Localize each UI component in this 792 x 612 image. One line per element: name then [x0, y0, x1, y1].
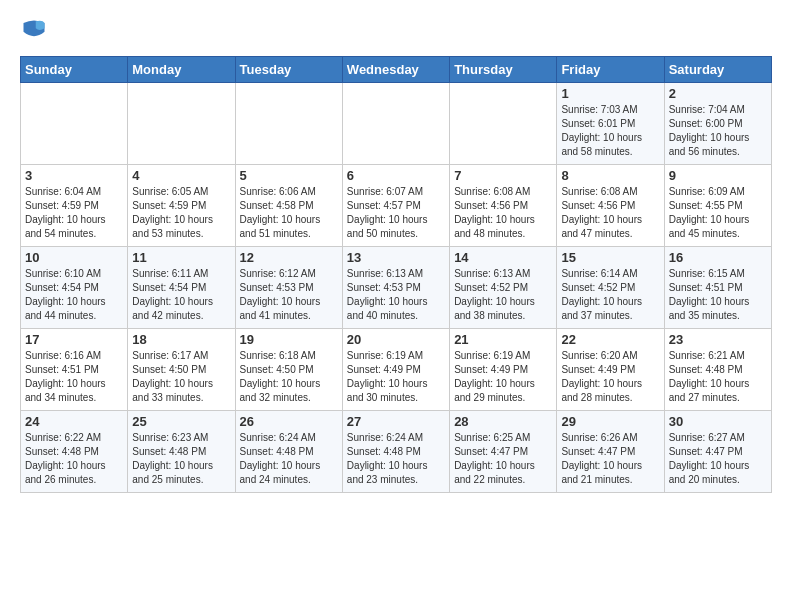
- calendar-cell: 9Sunrise: 6:09 AM Sunset: 4:55 PM Daylig…: [664, 165, 771, 247]
- day-number: 18: [132, 332, 230, 347]
- cell-text: Sunrise: 6:24 AM Sunset: 4:48 PM Dayligh…: [347, 431, 445, 487]
- cell-text: Sunrise: 6:15 AM Sunset: 4:51 PM Dayligh…: [669, 267, 767, 323]
- cell-text: Sunrise: 7:04 AM Sunset: 6:00 PM Dayligh…: [669, 103, 767, 159]
- cell-text: Sunrise: 6:12 AM Sunset: 4:53 PM Dayligh…: [240, 267, 338, 323]
- calendar-week-row: 3Sunrise: 6:04 AM Sunset: 4:59 PM Daylig…: [21, 165, 772, 247]
- calendar-cell: 24Sunrise: 6:22 AM Sunset: 4:48 PM Dayli…: [21, 411, 128, 493]
- calendar-cell: [342, 83, 449, 165]
- day-number: 24: [25, 414, 123, 429]
- logo: [20, 16, 52, 44]
- calendar-cell: 16Sunrise: 6:15 AM Sunset: 4:51 PM Dayli…: [664, 247, 771, 329]
- day-number: 7: [454, 168, 552, 183]
- calendar-cell: 23Sunrise: 6:21 AM Sunset: 4:48 PM Dayli…: [664, 329, 771, 411]
- day-number: 3: [25, 168, 123, 183]
- cell-text: Sunrise: 6:11 AM Sunset: 4:54 PM Dayligh…: [132, 267, 230, 323]
- calendar-cell: 28Sunrise: 6:25 AM Sunset: 4:47 PM Dayli…: [450, 411, 557, 493]
- cell-text: Sunrise: 6:17 AM Sunset: 4:50 PM Dayligh…: [132, 349, 230, 405]
- day-number: 9: [669, 168, 767, 183]
- calendar-table: SundayMondayTuesdayWednesdayThursdayFrid…: [20, 56, 772, 493]
- calendar-cell: 13Sunrise: 6:13 AM Sunset: 4:53 PM Dayli…: [342, 247, 449, 329]
- day-number: 8: [561, 168, 659, 183]
- cell-text: Sunrise: 6:14 AM Sunset: 4:52 PM Dayligh…: [561, 267, 659, 323]
- calendar-cell: 30Sunrise: 6:27 AM Sunset: 4:47 PM Dayli…: [664, 411, 771, 493]
- day-number: 12: [240, 250, 338, 265]
- calendar-cell: 25Sunrise: 6:23 AM Sunset: 4:48 PM Dayli…: [128, 411, 235, 493]
- cell-text: Sunrise: 6:20 AM Sunset: 4:49 PM Dayligh…: [561, 349, 659, 405]
- cell-text: Sunrise: 6:19 AM Sunset: 4:49 PM Dayligh…: [347, 349, 445, 405]
- calendar-cell: 8Sunrise: 6:08 AM Sunset: 4:56 PM Daylig…: [557, 165, 664, 247]
- calendar-cell: 10Sunrise: 6:10 AM Sunset: 4:54 PM Dayli…: [21, 247, 128, 329]
- calendar-week-row: 24Sunrise: 6:22 AM Sunset: 4:48 PM Dayli…: [21, 411, 772, 493]
- day-number: 17: [25, 332, 123, 347]
- weekday-header-sunday: Sunday: [21, 57, 128, 83]
- cell-text: Sunrise: 6:16 AM Sunset: 4:51 PM Dayligh…: [25, 349, 123, 405]
- calendar-cell: 11Sunrise: 6:11 AM Sunset: 4:54 PM Dayli…: [128, 247, 235, 329]
- day-number: 26: [240, 414, 338, 429]
- cell-text: Sunrise: 6:24 AM Sunset: 4:48 PM Dayligh…: [240, 431, 338, 487]
- day-number: 13: [347, 250, 445, 265]
- cell-text: Sunrise: 6:25 AM Sunset: 4:47 PM Dayligh…: [454, 431, 552, 487]
- calendar-cell: 15Sunrise: 6:14 AM Sunset: 4:52 PM Dayli…: [557, 247, 664, 329]
- cell-text: Sunrise: 6:13 AM Sunset: 4:53 PM Dayligh…: [347, 267, 445, 323]
- cell-text: Sunrise: 6:18 AM Sunset: 4:50 PM Dayligh…: [240, 349, 338, 405]
- cell-text: Sunrise: 6:21 AM Sunset: 4:48 PM Dayligh…: [669, 349, 767, 405]
- logo-icon: [20, 16, 48, 44]
- weekday-header-thursday: Thursday: [450, 57, 557, 83]
- header-area: [20, 16, 772, 44]
- weekday-header-friday: Friday: [557, 57, 664, 83]
- cell-text: Sunrise: 6:27 AM Sunset: 4:47 PM Dayligh…: [669, 431, 767, 487]
- cell-text: Sunrise: 6:04 AM Sunset: 4:59 PM Dayligh…: [25, 185, 123, 241]
- day-number: 2: [669, 86, 767, 101]
- day-number: 19: [240, 332, 338, 347]
- page: SundayMondayTuesdayWednesdayThursdayFrid…: [0, 0, 792, 503]
- cell-text: Sunrise: 6:23 AM Sunset: 4:48 PM Dayligh…: [132, 431, 230, 487]
- calendar-cell: 29Sunrise: 6:26 AM Sunset: 4:47 PM Dayli…: [557, 411, 664, 493]
- day-number: 5: [240, 168, 338, 183]
- day-number: 15: [561, 250, 659, 265]
- calendar-cell: 18Sunrise: 6:17 AM Sunset: 4:50 PM Dayli…: [128, 329, 235, 411]
- calendar-cell: 26Sunrise: 6:24 AM Sunset: 4:48 PM Dayli…: [235, 411, 342, 493]
- calendar-week-row: 10Sunrise: 6:10 AM Sunset: 4:54 PM Dayli…: [21, 247, 772, 329]
- cell-text: Sunrise: 6:26 AM Sunset: 4:47 PM Dayligh…: [561, 431, 659, 487]
- day-number: 20: [347, 332, 445, 347]
- calendar-cell: 14Sunrise: 6:13 AM Sunset: 4:52 PM Dayli…: [450, 247, 557, 329]
- day-number: 16: [669, 250, 767, 265]
- calendar-cell: 21Sunrise: 6:19 AM Sunset: 4:49 PM Dayli…: [450, 329, 557, 411]
- cell-text: Sunrise: 6:09 AM Sunset: 4:55 PM Dayligh…: [669, 185, 767, 241]
- weekday-header-row: SundayMondayTuesdayWednesdayThursdayFrid…: [21, 57, 772, 83]
- day-number: 21: [454, 332, 552, 347]
- cell-text: Sunrise: 6:22 AM Sunset: 4:48 PM Dayligh…: [25, 431, 123, 487]
- cell-text: Sunrise: 7:03 AM Sunset: 6:01 PM Dayligh…: [561, 103, 659, 159]
- calendar-cell: [235, 83, 342, 165]
- cell-text: Sunrise: 6:08 AM Sunset: 4:56 PM Dayligh…: [561, 185, 659, 241]
- calendar-cell: 22Sunrise: 6:20 AM Sunset: 4:49 PM Dayli…: [557, 329, 664, 411]
- calendar-cell: 7Sunrise: 6:08 AM Sunset: 4:56 PM Daylig…: [450, 165, 557, 247]
- calendar-cell: 17Sunrise: 6:16 AM Sunset: 4:51 PM Dayli…: [21, 329, 128, 411]
- calendar-week-row: 17Sunrise: 6:16 AM Sunset: 4:51 PM Dayli…: [21, 329, 772, 411]
- day-number: 25: [132, 414, 230, 429]
- day-number: 6: [347, 168, 445, 183]
- day-number: 28: [454, 414, 552, 429]
- calendar-cell: 6Sunrise: 6:07 AM Sunset: 4:57 PM Daylig…: [342, 165, 449, 247]
- calendar-cell: [21, 83, 128, 165]
- calendar-cell: 27Sunrise: 6:24 AM Sunset: 4:48 PM Dayli…: [342, 411, 449, 493]
- cell-text: Sunrise: 6:05 AM Sunset: 4:59 PM Dayligh…: [132, 185, 230, 241]
- day-number: 29: [561, 414, 659, 429]
- cell-text: Sunrise: 6:19 AM Sunset: 4:49 PM Dayligh…: [454, 349, 552, 405]
- cell-text: Sunrise: 6:10 AM Sunset: 4:54 PM Dayligh…: [25, 267, 123, 323]
- day-number: 4: [132, 168, 230, 183]
- calendar-cell: 2Sunrise: 7:04 AM Sunset: 6:00 PM Daylig…: [664, 83, 771, 165]
- calendar-cell: 19Sunrise: 6:18 AM Sunset: 4:50 PM Dayli…: [235, 329, 342, 411]
- cell-text: Sunrise: 6:08 AM Sunset: 4:56 PM Dayligh…: [454, 185, 552, 241]
- day-number: 14: [454, 250, 552, 265]
- day-number: 30: [669, 414, 767, 429]
- day-number: 11: [132, 250, 230, 265]
- day-number: 23: [669, 332, 767, 347]
- calendar-cell: 4Sunrise: 6:05 AM Sunset: 4:59 PM Daylig…: [128, 165, 235, 247]
- calendar-cell: 1Sunrise: 7:03 AM Sunset: 6:01 PM Daylig…: [557, 83, 664, 165]
- calendar-week-row: 1Sunrise: 7:03 AM Sunset: 6:01 PM Daylig…: [21, 83, 772, 165]
- weekday-header-saturday: Saturday: [664, 57, 771, 83]
- day-number: 1: [561, 86, 659, 101]
- cell-text: Sunrise: 6:06 AM Sunset: 4:58 PM Dayligh…: [240, 185, 338, 241]
- day-number: 22: [561, 332, 659, 347]
